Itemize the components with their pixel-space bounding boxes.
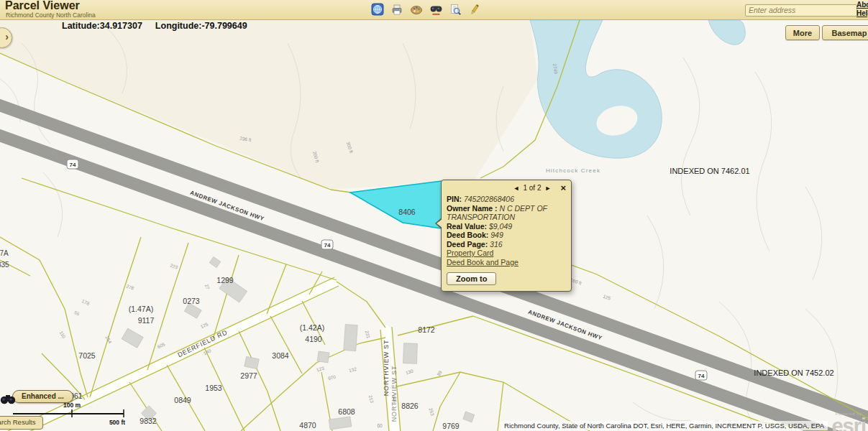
popup-field-deed-page: Deed Page: 316 xyxy=(447,240,566,249)
popup-field-real-value: Real Value: $9,049 xyxy=(447,222,566,231)
svg-text:60: 60 xyxy=(377,423,383,428)
identify-button[interactable] xyxy=(448,1,462,17)
property-card-link[interactable]: Property Card xyxy=(447,249,566,258)
find-button[interactable] xyxy=(429,1,443,17)
draw-tools-button[interactable] xyxy=(409,1,424,17)
latitude-readout: Latitude:34.917307 xyxy=(62,21,142,31)
app-title: Parcel Viewer xyxy=(5,0,80,11)
zoom-to-button[interactable]: Zoom to xyxy=(447,272,496,285)
svg-text:74: 74 xyxy=(698,373,705,379)
svg-text:87A: 87A xyxy=(0,249,9,257)
svg-text:335: 335 xyxy=(0,261,9,269)
scale-imperial: 500 ft xyxy=(109,419,125,426)
basemap-button[interactable]: Basemap xyxy=(822,25,868,40)
map-canvas[interactable]: 236 ft 2749 200 ft 300 ft 223 27 278 178… xyxy=(0,0,868,431)
svg-text:NORTHVIEW ST: NORTHVIEW ST xyxy=(390,366,398,422)
svg-text:NORTHVIEW ST: NORTHVIEW ST xyxy=(383,340,390,396)
popup-pager: ◄ 1 of 2 ► × xyxy=(447,184,566,192)
selected-parcel-label: 8406 xyxy=(398,208,416,216)
more-button[interactable]: More xyxy=(785,25,820,40)
svg-text:6808: 6808 xyxy=(338,407,355,416)
address-search-input[interactable] xyxy=(745,4,857,17)
coordinate-readout: Latitude:34.917307 Longitude:-79.799649 xyxy=(62,21,247,31)
overview-map-button[interactable] xyxy=(370,1,385,17)
search-results-tab[interactable]: Search Results xyxy=(0,416,43,430)
indexed-label-1: INDEXED ON 7462.01 xyxy=(670,167,749,175)
svg-text:0273: 0273 xyxy=(183,297,200,305)
address-search xyxy=(745,3,857,17)
app-subtitle: Richmond County North Carolina xyxy=(6,11,96,19)
parcel-info-popup: ◄ 1 of 2 ► × PIN: 745202868406 Owner Nam… xyxy=(441,180,572,292)
enhanced-search-icon xyxy=(0,392,16,409)
svg-text:4190: 4190 xyxy=(305,335,322,343)
popup-field-owner: Owner Name : N C DEPT OF TRANSPORTATION xyxy=(447,204,566,222)
toolbar xyxy=(370,1,482,17)
pencil-icon xyxy=(468,3,481,16)
popup-field-deed-book: Deed Book: 949 xyxy=(447,231,566,240)
svg-text:9769: 9769 xyxy=(442,422,460,430)
svg-text:3084: 3084 xyxy=(272,351,289,360)
svg-text:(1.47A): (1.47A) xyxy=(129,305,153,313)
svg-text:7025: 7025 xyxy=(78,351,96,360)
help-link[interactable]: Help xyxy=(856,9,868,18)
popup-field-pin: PIN: 745202868406 xyxy=(447,195,566,204)
svg-text:0849: 0849 xyxy=(174,396,191,404)
enhanced-search-button[interactable]: Enhanced ... xyxy=(12,390,73,403)
esri-logo: Powered by esri xyxy=(831,411,866,431)
binoculars-icon xyxy=(429,2,443,16)
longitude-readout: Longitude:-79.799649 xyxy=(155,21,247,31)
overview-map-icon xyxy=(371,3,384,16)
svg-text:8826: 8826 xyxy=(401,402,419,410)
popup-page-indicator: 1 of 2 xyxy=(523,184,541,192)
svg-text:74: 74 xyxy=(324,242,331,249)
identify-icon xyxy=(449,3,462,16)
palette-icon xyxy=(410,3,423,16)
app-header: Parcel Viewer Richmond County North Caro… xyxy=(0,0,868,20)
svg-text:4870: 4870 xyxy=(299,421,316,430)
popup-close-button[interactable]: × xyxy=(560,185,566,192)
measure-button[interactable] xyxy=(467,1,482,17)
popup-next-button[interactable]: ► xyxy=(544,185,551,192)
svg-text:2977: 2977 xyxy=(240,371,257,380)
about-link[interactable]: About xyxy=(856,1,868,9)
header-links: About Help xyxy=(856,1,868,18)
deed-book-page-link[interactable]: Deed Book and Page xyxy=(447,258,566,267)
chevron-right-icon: › xyxy=(5,31,9,42)
popup-prev-button[interactable]: ◄ xyxy=(513,185,520,192)
svg-text:9832: 9832 xyxy=(140,417,157,425)
indexed-label-2: INDEXED ON 7452.02 xyxy=(754,369,833,377)
print-icon xyxy=(390,3,403,16)
print-button[interactable] xyxy=(390,1,404,17)
svg-text:8172: 8172 xyxy=(418,325,435,334)
svg-text:1953: 1953 xyxy=(205,384,222,392)
svg-text:74: 74 xyxy=(70,162,76,168)
svg-text:9117: 9117 xyxy=(138,316,155,325)
svg-text:(1.42A): (1.42A) xyxy=(300,323,324,332)
map-attribution: Richmond County, State of North Carolina… xyxy=(501,421,828,430)
creek-label: Hitchcock Creek xyxy=(546,167,600,174)
svg-text:1299: 1299 xyxy=(216,276,234,284)
